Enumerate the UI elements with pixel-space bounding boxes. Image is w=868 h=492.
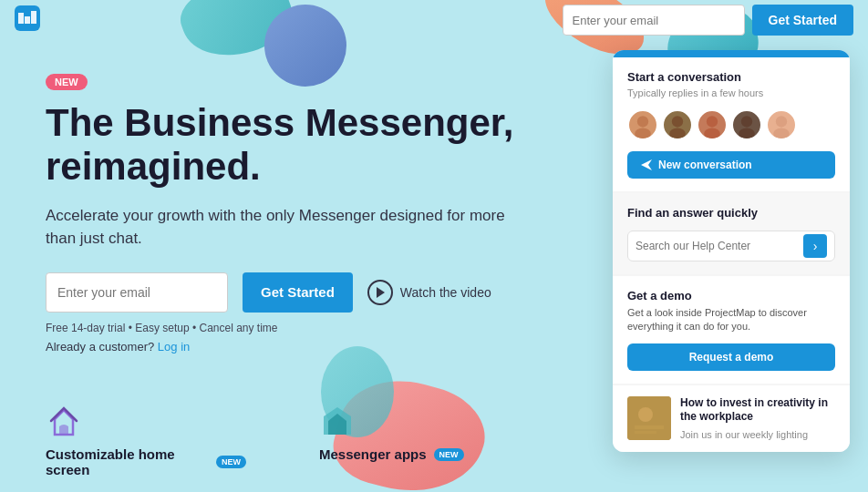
widget-search-title: Find an answer quickly <box>627 206 835 220</box>
widget-conversation-section: Start a conversation Typically replies i… <box>613 57 850 191</box>
top-navigation: Get Started <box>0 0 868 40</box>
hero-meta-text: Free 14-day trial • Easy setup • Cancel … <box>46 322 520 334</box>
feature-item-home-screen: Customizable home screen NEW <box>0 388 274 492</box>
article-thumbnail <box>627 396 671 440</box>
svg-rect-16 <box>635 425 664 429</box>
widget-conversation-subtitle: Typically replies in a few hours <box>627 87 835 98</box>
svg-point-12 <box>776 116 787 127</box>
article-subtitle: Join us in our weekly lighting <box>680 428 835 441</box>
widget-blue-header <box>613 50 850 57</box>
svg-point-13 <box>773 128 790 139</box>
play-icon <box>367 280 393 305</box>
search-button[interactable]: › <box>803 234 827 258</box>
avatar-2 <box>662 109 693 140</box>
widget-demo-title: Get a demo <box>627 289 835 302</box>
avatar-row <box>627 109 835 140</box>
svg-point-9 <box>704 128 720 139</box>
feature-title-home-screen: Customizable home screen NEW <box>46 446 246 477</box>
feature-item-messenger-apps: Messenger apps NEW <box>274 388 547 492</box>
help-search-input[interactable] <box>636 240 798 252</box>
widget-search-section: Find an answer quickly › <box>613 193 850 274</box>
hero-login-text: Already a customer? Log in <box>46 340 520 354</box>
watch-video-label: Watch the video <box>400 285 491 300</box>
article-title: How to invest in creativity in the workp… <box>680 396 835 425</box>
widget-demo-description: Get a look inside ProjectMap to discover… <box>627 306 835 334</box>
avatar-5 <box>766 109 797 140</box>
avatar-4 <box>731 109 762 140</box>
svg-point-8 <box>707 116 718 127</box>
feature-badge-home-screen: NEW <box>216 456 246 468</box>
svg-point-7 <box>669 128 686 139</box>
hero-get-started-button[interactable]: Get Started <box>243 272 353 313</box>
avatar-1 <box>627 109 658 140</box>
hero-subtitle: Accelerate your growth with the only Mes… <box>46 204 520 251</box>
request-demo-button[interactable]: Request a demo <box>627 343 835 371</box>
svg-point-15 <box>638 407 653 422</box>
svg-point-5 <box>635 128 651 139</box>
home-screen-icon <box>46 403 82 439</box>
watch-video-button[interactable]: Watch the video <box>367 280 491 305</box>
svg-point-6 <box>672 116 683 127</box>
new-conversation-button[interactable]: New conversation <box>627 151 835 179</box>
logo <box>15 5 40 35</box>
widget-article-section: How to invest in creativity in the workp… <box>613 385 850 452</box>
svg-point-4 <box>637 116 648 127</box>
messenger-widget: Start a conversation Typically replies i… <box>613 50 850 452</box>
new-convo-label: New conversation <box>658 159 752 171</box>
svg-point-11 <box>739 128 755 139</box>
messenger-apps-icon <box>319 403 356 439</box>
new-badge: NEW <box>46 74 88 90</box>
play-triangle-icon <box>377 287 385 298</box>
article-text: How to invest in creativity in the workp… <box>680 396 835 441</box>
bottom-features: Customizable home screen NEW Messenger a… <box>0 388 547 492</box>
nav-right: Get Started <box>563 5 853 36</box>
hero-title: The Business Messenger, reimagined. <box>46 101 520 190</box>
feature-badge-messenger-apps: NEW <box>434 448 464 461</box>
avatar-3 <box>697 109 728 140</box>
hero-email-input[interactable] <box>46 272 228 313</box>
widget-conversation-title: Start a conversation <box>627 70 835 84</box>
send-icon <box>640 159 653 171</box>
nav-get-started-button[interactable]: Get Started <box>752 5 853 36</box>
nav-email-input[interactable] <box>563 5 745 36</box>
svg-rect-17 <box>635 431 656 434</box>
hero-section: NEW The Business Messenger, reimagined. … <box>46 73 520 354</box>
search-row: › <box>627 231 835 261</box>
hero-cta-row: Get Started Watch the video <box>46 272 520 313</box>
svg-point-10 <box>741 116 752 127</box>
feature-title-messenger-apps: Messenger apps NEW <box>319 446 464 462</box>
widget-demo-section: Get a demo Get a look inside ProjectMap … <box>613 276 850 384</box>
login-link[interactable]: Log in <box>158 340 190 354</box>
